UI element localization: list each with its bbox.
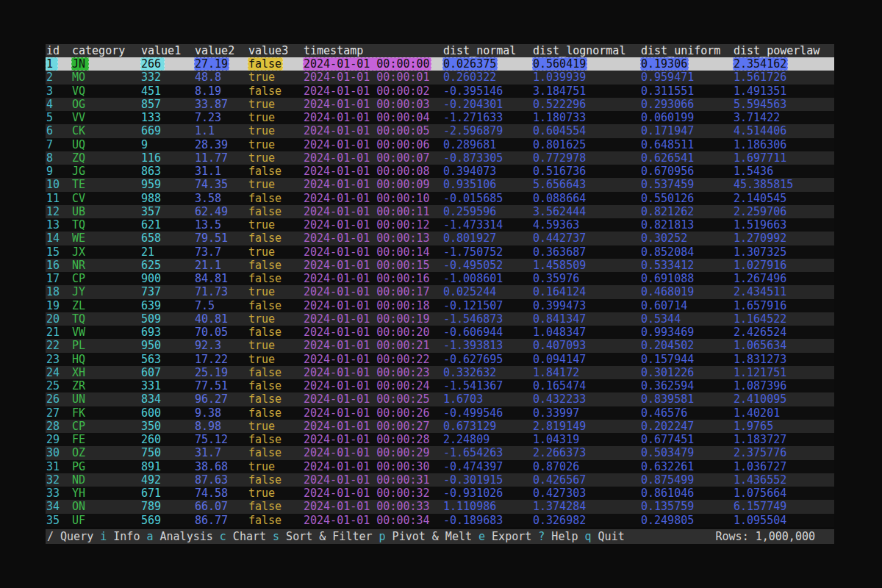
table-row[interactable]: 18JY73771.73true2024-01-01 00:00:170.025… [46,285,834,298]
table-row[interactable]: 8ZQ11611.77true2024-01-01 00:00:07-0.873… [46,151,834,165]
table-row[interactable]: 29FE26075.12false2024-01-01 00:00:282.24… [46,433,834,446]
cell-dist_lognormal: 0.560419 [532,57,640,71]
cell-dist_uniform: 0.171947 [640,124,733,137]
table-row[interactable]: 11CV9883.58false2024-01-01 00:00:10-0.01… [46,192,834,205]
cell-value2: 84.81 [194,272,248,285]
cell-dist_uniform: 0.503479 [640,446,733,459]
cell-value2: 48.8 [194,71,248,84]
table-row[interactable]: 14WE65879.51false2024-01-01 00:00:130.80… [46,232,834,245]
table-row[interactable]: 7UQ928.39true2024-01-01 00:00:060.289681… [46,138,834,151]
cell-dist_powerlaw: 1.183727 [733,433,833,446]
menu-item-quit[interactable]: q Quit [585,530,625,543]
table-row-selected[interactable]: 1JN26627.19false2024-01-01 00:00:000.026… [46,57,834,71]
cell-dist_normal: -0.495052 [442,259,532,272]
table-row[interactable]: 16NR62521.1false2024-01-01 00:00:15-0.49… [46,259,834,272]
cell-id: 20 [46,312,71,326]
table-row[interactable]: 24XH60725.19false2024-01-01 00:00:230.33… [46,366,834,379]
table-row[interactable]: 22PL95092.3true2024-01-01 00:00:21-1.393… [46,339,834,352]
cell-value3: true [248,339,303,352]
cell-dist_normal: -0.474397 [442,460,532,473]
cell-category: JY [71,285,140,298]
cell-dist_lognormal: 0.35976 [532,272,640,285]
table-row[interactable]: 5VV1337.23true2024-01-01 00:00:04-1.2716… [46,111,834,124]
table-row[interactable]: 15JX2173.7true2024-01-01 00:00:14-1.7507… [46,245,834,259]
table-row[interactable]: 30OZ75031.7false2024-01-01 00:00:29-1.65… [46,446,834,459]
table-row[interactable]: 9JG86331.1false2024-01-01 00:00:080.3940… [46,165,834,178]
table-row[interactable]: 6CK6691.1true2024-01-01 00:00:05-2.59687… [46,124,834,137]
cell-value2: 25.19 [194,366,248,379]
table-row[interactable]: 35UF56986.77false2024-01-01 00:00:34-0.1… [46,514,834,527]
status-bar: / Query i Info a Analysis c Chart s Sort… [46,529,834,544]
cell-dist_normal: 1.110986 [442,500,532,513]
cell-id: 13 [46,218,71,232]
table-row[interactable]: 12UB35762.49false2024-01-01 00:00:110.25… [46,205,834,218]
cell-id: 16 [46,259,71,272]
table-row[interactable]: 4OG85733.87true2024-01-01 00:00:03-0.204… [46,98,834,111]
cell-id: 14 [46,232,71,245]
cell-id: 11 [46,192,71,205]
selected-cell-value: 2.354162 [733,57,788,71]
menu-item-chart[interactable]: c Chart [220,530,266,543]
cell-category: UF [71,514,140,527]
table-row[interactable]: 17CP90084.81false2024-01-01 00:00:16-1.0… [46,272,834,285]
menu-item-pivot-melt[interactable]: p Pivot & Melt [379,530,472,543]
menu-label: Analysis [154,530,213,543]
cell-value3: true [248,312,303,326]
table-row[interactable]: 10TE95974.35true2024-01-01 00:00:090.935… [46,178,834,191]
cell-dist_powerlaw: 1.065634 [733,339,833,352]
cell-value3: false [248,57,303,71]
table-row[interactable]: 23HQ56317.22true2024-01-01 00:00:22-0.62… [46,353,834,366]
cell-value1: 600 [140,406,194,420]
menu-item-analysis[interactable]: a Analysis [146,530,212,543]
menu-label: Export [485,530,531,543]
menu-key: c [220,530,226,543]
cell-dist_uniform: 0.632261 [640,460,733,473]
cell-id: 26 [46,392,71,406]
cell-id: 25 [46,379,71,392]
cell-dist_uniform: 0.550126 [640,192,733,205]
table-row[interactable]: 33YH67174.58true2024-01-01 00:00:32-0.93… [46,487,834,500]
cell-timestamp: 2024-01-01 00:00:26 [303,406,442,420]
cell-value2: 33.87 [194,98,248,111]
cell-value3: true [248,460,303,473]
table-row[interactable]: 20TQ50940.81true2024-01-01 00:00:19-1.54… [46,312,834,326]
table-row[interactable]: 2MO33248.8true2024-01-01 00:00:010.26032… [46,71,834,84]
table-row[interactable]: 32ND49287.63false2024-01-01 00:00:31-0.3… [46,473,834,487]
table-row[interactable]: 26UN83496.27false2024-01-01 00:00:251.67… [46,392,834,406]
cell-timestamp: 2024-01-01 00:00:04 [303,111,442,124]
cell-value2: 87.63 [194,473,248,487]
cell-dist_uniform: 0.626541 [640,151,733,165]
cell-dist_lognormal: 2.819149 [532,420,640,433]
cell-value1: 350 [140,420,194,433]
table-row[interactable]: 3VQ4518.19false2024-01-01 00:00:02-0.395… [46,85,834,98]
cell-value3: true [248,111,303,124]
table-row[interactable]: 28CP3508.98true2024-01-01 00:00:270.6731… [46,420,834,433]
table-row[interactable]: 31PG89138.68true2024-01-01 00:00:30-0.47… [46,460,834,473]
table-row[interactable]: 25ZR33177.51false2024-01-01 00:00:24-1.5… [46,379,834,392]
table-row[interactable]: 21VW69370.05false2024-01-01 00:00:20-0.6… [46,326,834,339]
cell-value1: 789 [140,500,194,513]
table-row[interactable]: 27FK6009.38false2024-01-01 00:00:26-0.49… [46,406,834,420]
cell-value2: 3.58 [194,192,248,205]
menu-item-sort-filter[interactable]: s Sort & Filter [273,530,372,543]
cell-value1: 563 [140,353,194,366]
cell-value2: 7.23 [194,111,248,124]
cell-dist_uniform: 0.821813 [640,218,733,232]
menu-item-query[interactable]: / Query [47,530,93,543]
cell-id: 23 [46,353,71,366]
cell-dist_powerlaw: 6.157749 [733,500,833,513]
cell-dist_lognormal: 1.180733 [532,111,640,124]
menu-item-export[interactable]: e Export [478,530,531,543]
cell-dist_lognormal: 3.184751 [532,85,640,98]
cell-dist_normal: -0.189683 [442,514,532,527]
table-row[interactable]: 34ON78966.07false2024-01-01 00:00:331.11… [46,500,834,513]
table-row[interactable]: 13TQ62113.5true2024-01-01 00:00:12-1.473… [46,218,834,232]
cell-value1: 750 [140,446,194,459]
selected-cell-value: JN [71,57,89,71]
menu-item-info[interactable]: i Info [100,530,140,543]
cell-dist_powerlaw: 1.491351 [733,85,833,98]
menu-item-help[interactable]: ? Help [538,530,578,543]
column-header-category: category [71,44,140,57]
cell-id: 33 [46,487,71,500]
table-row[interactable]: 19ZL6397.5false2024-01-01 00:00:18-0.121… [46,299,834,312]
